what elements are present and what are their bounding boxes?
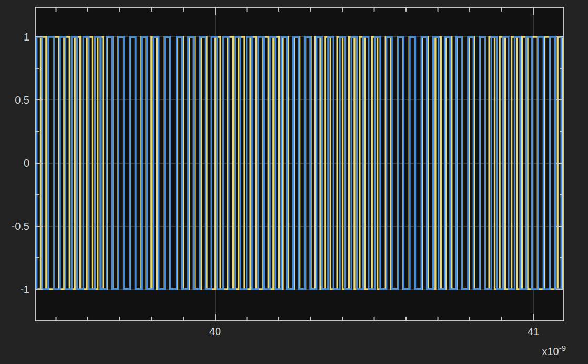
y-tick-label: 0.5 — [0, 93, 29, 107]
y-tick-label: 1 — [0, 30, 29, 44]
exponent-prefix: x10 — [542, 346, 559, 357]
plot-area — [35, 7, 564, 321]
x-tick-label: 41 — [512, 325, 554, 338]
figure-window: 10.50-0.5-1 4041 x10-9 — [0, 0, 588, 364]
y-tick-label: 0 — [0, 156, 29, 170]
y-tick-label: -0.5 — [0, 219, 29, 233]
x-axis-exponent-label: x10-9 — [505, 343, 566, 358]
y-tick-label: -1 — [0, 282, 29, 296]
x-tick-label: 40 — [194, 325, 236, 338]
exponent-value: -9 — [559, 343, 566, 352]
waveform-plot — [35, 7, 564, 321]
